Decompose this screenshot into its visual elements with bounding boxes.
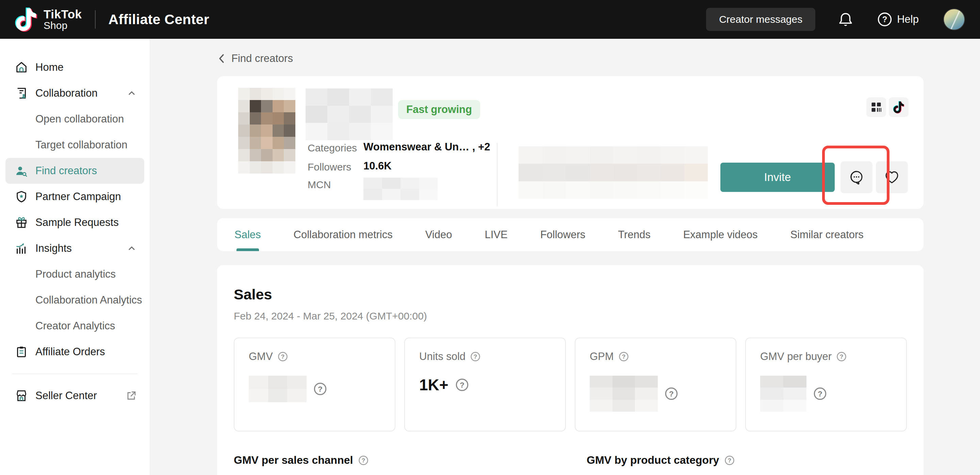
- gmv-by-product-category-section: GMV by product category ?: [570, 454, 907, 467]
- external-link-icon: [126, 390, 137, 401]
- showcase-grid-button[interactable]: [866, 97, 886, 117]
- categories-value: Womenswear & Un… , +2: [363, 141, 490, 153]
- svg-text:?: ?: [318, 384, 323, 393]
- sidebar-item-insights[interactable]: Insights: [0, 235, 150, 261]
- tab-trends[interactable]: Trends: [618, 218, 650, 251]
- svg-text:?: ?: [281, 354, 284, 360]
- brand-text: TikTok Shop: [43, 8, 82, 31]
- tiktok-shop-logo[interactable]: TikTok Shop: [15, 7, 82, 32]
- invite-button[interactable]: Invite: [721, 163, 835, 192]
- back-chevron-icon: [217, 53, 226, 64]
- header-divider: [95, 10, 95, 29]
- sidebar-item-label: Product analytics: [35, 268, 116, 280]
- sidebar-nav: Home Collaboration Open collaboration Ta…: [0, 39, 150, 475]
- chevron-up-icon[interactable]: [127, 243, 137, 254]
- active-tab-underline: [237, 248, 259, 251]
- chart-title: GMV per sales channel: [234, 454, 353, 467]
- favorite-button[interactable]: [876, 161, 908, 193]
- insights-icon: [15, 242, 28, 255]
- svg-text:?: ?: [818, 389, 822, 398]
- question-circle-icon[interactable]: ?: [724, 455, 735, 465]
- creator-messages-button[interactable]: Creator messages: [706, 8, 815, 31]
- sidebar-item-label: Sample Requests: [35, 216, 119, 229]
- question-circle-icon[interactable]: ?: [813, 387, 827, 400]
- metric-card-units-sold: Units sold ? 1K+ ?: [404, 338, 566, 431]
- user-avatar[interactable]: [943, 8, 965, 30]
- sidebar-item-seller-center[interactable]: Seller Center: [0, 383, 150, 409]
- sidebar-item-creator-analytics[interactable]: Creator Analytics: [0, 313, 150, 339]
- question-circle-icon[interactable]: ?: [665, 387, 678, 400]
- question-circle-icon[interactable]: ?: [358, 455, 369, 465]
- metric-label: GPM: [590, 351, 614, 363]
- sidebar-item-target-collaboration[interactable]: Target collaboration: [0, 132, 150, 158]
- help-label: Help: [897, 13, 919, 25]
- sidebar-item-label: Insights: [35, 242, 72, 254]
- find-creators-icon: [15, 164, 28, 177]
- metric-card-gmv: GMV ? ?: [234, 338, 395, 431]
- creator-profile-card: Fast growing Categories Womenswear & Un……: [217, 76, 924, 209]
- sidebar-item-product-analytics[interactable]: Product analytics: [0, 261, 150, 287]
- breadcrumb-back[interactable]: Find creators: [217, 52, 293, 65]
- seller-center-icon: [15, 389, 28, 402]
- sidebar-item-sample-requests[interactable]: Sample Requests: [0, 210, 150, 235]
- notifications-bell-icon[interactable]: [838, 11, 853, 27]
- gpm-value-blurred: [590, 376, 658, 412]
- home-icon: [15, 61, 28, 74]
- svg-text:?: ?: [728, 457, 731, 464]
- gmv-per-sales-channel-section: GMV per sales channel ?: [234, 454, 570, 467]
- sidebar-item-find-creators[interactable]: Find creators: [5, 158, 144, 184]
- question-circle-icon[interactable]: ?: [837, 351, 846, 362]
- sidebar-item-label: Creator Analytics: [35, 320, 115, 332]
- metric-label: GMV: [249, 351, 273, 363]
- svg-text:?: ?: [882, 14, 888, 24]
- help-icon: ?: [877, 12, 892, 27]
- sidebar-item-collaboration[interactable]: Collaboration: [0, 80, 150, 106]
- chevron-up-icon[interactable]: [127, 88, 137, 98]
- brand-line2: Shop: [43, 21, 82, 31]
- sidebar-item-open-collaboration[interactable]: Open collaboration: [0, 106, 150, 132]
- question-circle-icon[interactable]: ?: [278, 351, 288, 362]
- affiliate-orders-icon: [15, 345, 28, 358]
- breadcrumb-label: Find creators: [231, 52, 293, 65]
- sidebar-item-home[interactable]: Home: [0, 54, 150, 80]
- message-creator-button[interactable]: [840, 161, 872, 193]
- profile-divider: [497, 143, 498, 206]
- units-sold-value: 1K+: [419, 376, 449, 394]
- tab-collaboration-metrics[interactable]: Collaboration metrics: [294, 218, 393, 251]
- sidebar-item-label: Target collaboration: [35, 139, 127, 151]
- tab-sales[interactable]: Sales: [234, 218, 261, 251]
- tab-video[interactable]: Video: [425, 218, 452, 251]
- creator-name-blurred: [305, 89, 393, 140]
- sidebar-item-affiliate-orders[interactable]: Affiliate Orders: [0, 339, 150, 365]
- heart-icon: [885, 170, 899, 185]
- followers-label: Followers: [308, 161, 351, 173]
- sidebar-item-label: Collaboration: [35, 87, 98, 99]
- question-circle-icon[interactable]: ?: [470, 351, 480, 362]
- tab-example-videos[interactable]: Example videos: [683, 218, 758, 251]
- tab-live[interactable]: LIVE: [485, 218, 508, 251]
- tiktok-icon: [893, 101, 904, 114]
- sidebar-item-label: Open collaboration: [35, 113, 124, 125]
- tab-similar-creators[interactable]: Similar creators: [791, 218, 864, 251]
- svg-text:?: ?: [622, 354, 625, 360]
- chat-icon: [849, 170, 864, 185]
- tab-followers[interactable]: Followers: [540, 218, 585, 251]
- svg-text:?: ?: [460, 380, 465, 389]
- tiktok-logo-icon: [15, 7, 37, 32]
- sidebar-item-label: Seller Center: [35, 389, 97, 402]
- sidebar-item-collaboration-analytics[interactable]: Collaboration Analytics: [0, 287, 150, 313]
- question-circle-icon[interactable]: ?: [313, 382, 327, 396]
- metric-card-gmv-per-buyer: GMV per buyer ? ?: [745, 338, 907, 431]
- sidebar-item-partner-campaign[interactable]: Partner Campaign: [0, 184, 150, 210]
- sales-date-range: Feb 24, 2024 - Mar 25, 2024 (GMT+00:00): [234, 310, 907, 322]
- sales-title: Sales: [234, 286, 907, 303]
- question-circle-icon[interactable]: ?: [619, 351, 629, 362]
- profile-tabs: Sales Collaboration metrics Video LIVE F…: [217, 218, 924, 251]
- mcn-label: MCN: [308, 179, 331, 191]
- sidebar-item-label: Collaboration Analytics: [35, 294, 142, 306]
- help-menu[interactable]: ? Help: [877, 12, 919, 27]
- sidebar-divider: [12, 373, 137, 374]
- tiktok-profile-button[interactable]: [889, 97, 908, 117]
- sales-section: Sales Feb 24, 2024 - Mar 25, 2024 (GMT+0…: [217, 265, 924, 475]
- question-circle-icon[interactable]: ?: [455, 378, 469, 392]
